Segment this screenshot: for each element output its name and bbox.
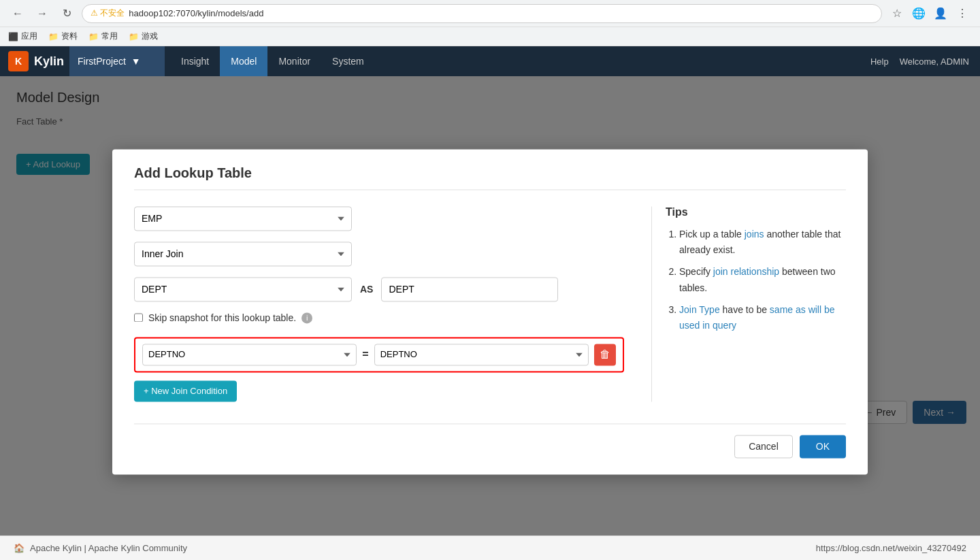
tip-item-1: Pick up a table joins another table that… [679, 227, 846, 259]
table-select-row: EMP [134, 206, 624, 231]
tip-link-join-relationship[interactable]: join relationship [713, 267, 779, 278]
page-content: Model Design Fact Table * + Add Lookup ←… [0, 76, 980, 560]
skip-snapshot-label: Skip snapshot for this lookup table. [148, 312, 296, 323]
left-join-column-select[interactable]: DEPTNO [142, 344, 357, 365]
footer-house-icon: 🏠 [14, 543, 24, 553]
browser-action-buttons: ☆ 🌐 👤 ⋮ [887, 4, 972, 23]
tips-list: Pick up a table joins another table that… [666, 227, 846, 335]
profile-button[interactable]: 👤 [931, 4, 950, 23]
app-navbar: K Kylin FirstProject ▼ Insight Model Mon… [0, 46, 980, 76]
cancel-button[interactable]: Cancel [734, 435, 793, 458]
modal-footer: Cancel OK [134, 423, 846, 458]
project-dropdown-icon: ▼ [131, 56, 141, 67]
apps-icon: ⬛ [8, 32, 18, 42]
as-alias-input[interactable] [381, 277, 558, 301]
games-icon: 📁 [129, 32, 139, 42]
modal-left: EMP Inner Join DEPT AS [134, 206, 624, 401]
skip-snapshot-checkbox[interactable] [134, 313, 143, 322]
right-join-column-select[interactable]: DEPTNO [374, 344, 589, 365]
menu-button[interactable]: ⋮ [953, 4, 972, 23]
security-warning-icon: ⚠ 不安全 [91, 7, 125, 19]
bookmark-resources[interactable]: 📁 资料 [48, 31, 78, 42]
join-condition-row: DEPTNO = DEPTNO 🗑 [134, 337, 624, 372]
delete-join-condition-button[interactable]: 🗑 [594, 344, 616, 365]
logo-text: Kylin [34, 54, 64, 69]
bookmark-games[interactable]: 📁 游戏 [129, 31, 158, 42]
nav-system[interactable]: System [321, 46, 375, 76]
trash-icon: 🗑 [600, 348, 610, 361]
dimension-table-select[interactable]: DEPT [134, 277, 352, 301]
nav-right: Help Welcome, ADMIN [870, 56, 980, 67]
as-label: AS [360, 284, 373, 295]
info-icon[interactable]: i [301, 312, 312, 323]
resources-icon: 📁 [48, 32, 59, 42]
footer-left-text: Apache Kylin | Apache Kylin Community [30, 543, 187, 553]
bookmark-common-label: 常用 [101, 31, 118, 42]
common-icon: 📁 [88, 32, 99, 42]
refresh-button[interactable]: ↻ [57, 4, 76, 23]
nav-monitor[interactable]: Monitor [267, 46, 321, 76]
skip-snapshot-row: Skip snapshot for this lookup table. i [134, 312, 624, 323]
bookmark-button[interactable]: ☆ [887, 4, 906, 23]
bookmark-common[interactable]: 📁 常用 [88, 31, 118, 42]
tips-title: Tips [666, 206, 846, 218]
tip-item-2: Specify join relationship between two ta… [679, 265, 846, 297]
bookmark-games-label: 游戏 [142, 31, 158, 42]
join-type-select[interactable]: Inner Join [134, 242, 352, 266]
footer-left: 🏠 Apache Kylin | Apache Kylin Community [14, 543, 187, 553]
address-bar[interactable]: ⚠ 不安全 hadoop102:7070/kylin/models/add [82, 4, 882, 23]
kylin-logo: K Kylin [8, 51, 64, 71]
bookmark-resources-label: 资料 [61, 31, 78, 42]
forward-button[interactable]: → [33, 4, 52, 23]
tip-link-join-type[interactable]: Join Type [679, 304, 720, 315]
nav-menu: Insight Model Monitor System [170, 46, 375, 76]
modal-right: Tips Pick up a table joins another table… [651, 206, 846, 401]
help-button[interactable]: Help [870, 56, 889, 67]
page-footer: 🏠 Apache Kylin | Apache Kylin Community … [0, 536, 980, 560]
bookmarks-bar: ⬛ 应用 📁 资料 📁 常用 📁 游戏 [0, 27, 980, 46]
add-lookup-table-modal: Add Lookup Table EMP Inner Join [112, 149, 868, 474]
translate-button[interactable]: 🌐 [909, 4, 928, 23]
footer-right-text: https://blog.csdn.net/weixin_43270492 [816, 543, 966, 553]
logo-icon: K [8, 51, 29, 71]
as-row: DEPT AS [134, 277, 624, 301]
join-type-row: Inner Join [134, 242, 624, 266]
bookmark-apps-label: 应用 [21, 31, 37, 42]
browser-chrome: ← → ↻ ⚠ 不安全 hadoop102:7070/kylin/models/… [0, 0, 980, 27]
nav-model[interactable]: Model [220, 46, 267, 76]
back-button[interactable]: ← [8, 4, 27, 23]
project-selector[interactable]: FirstProject ▼ [69, 46, 165, 76]
nav-insight[interactable]: Insight [170, 46, 220, 76]
modal-title: Add Lookup Table [134, 165, 846, 190]
ok-button[interactable]: OK [800, 435, 846, 458]
welcome-text: Welcome, ADMIN [900, 56, 969, 67]
table-select[interactable]: EMP [134, 206, 352, 231]
url-text: hadoop102:7070/kylin/models/add [129, 8, 263, 18]
tip-link-joins[interactable]: joins [745, 229, 764, 240]
equals-sign: = [362, 348, 368, 361]
tip-item-3: Join Type have to be same as will be use… [679, 302, 846, 335]
bookmark-apps[interactable]: ⬛ 应用 [8, 31, 37, 42]
add-join-condition-button[interactable]: + New Join Condition [134, 380, 237, 401]
project-name: FirstProject [78, 56, 126, 67]
modal-body: EMP Inner Join DEPT AS [134, 206, 846, 401]
